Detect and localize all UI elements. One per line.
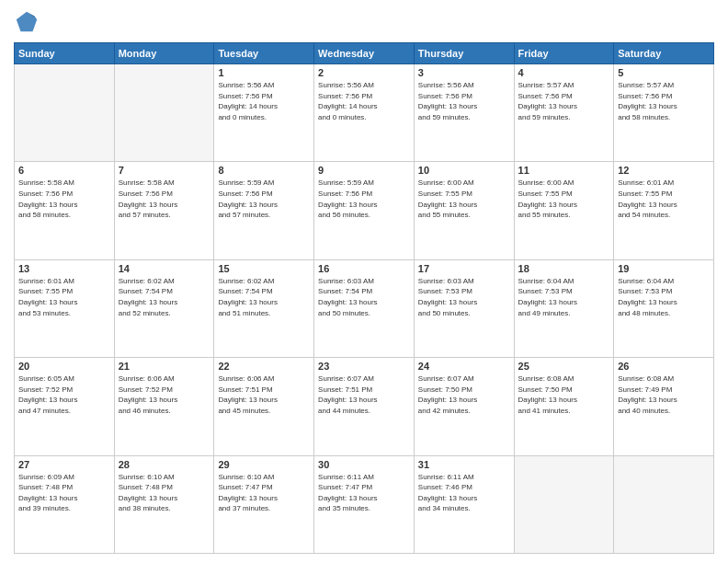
- calendar-cell: 20Sunrise: 6:05 AM Sunset: 7:52 PM Dayli…: [15, 358, 115, 455]
- calendar-cell: 24Sunrise: 6:07 AM Sunset: 7:50 PM Dayli…: [414, 358, 514, 455]
- day-number: 11: [518, 165, 610, 176]
- day-number: 12: [618, 165, 710, 176]
- calendar-cell: 17Sunrise: 6:03 AM Sunset: 7:53 PM Dayli…: [414, 259, 514, 357]
- day-number: 8: [218, 165, 310, 176]
- day-number: 14: [119, 263, 210, 274]
- day-info: Sunrise: 5:59 AM Sunset: 7:56 PM Dayligh…: [318, 178, 410, 220]
- calendar-cell: 3Sunrise: 5:56 AM Sunset: 7:56 PM Daylig…: [414, 64, 514, 162]
- day-number: 3: [418, 67, 510, 78]
- day-number: 9: [318, 165, 410, 176]
- day-info: Sunrise: 6:02 AM Sunset: 7:54 PM Dayligh…: [119, 276, 210, 318]
- calendar-cell: 15Sunrise: 6:02 AM Sunset: 7:54 PM Dayli…: [214, 259, 314, 357]
- page: SundayMondayTuesdayWednesdayThursdayFrid…: [0, 0, 728, 563]
- day-info: Sunrise: 6:09 AM Sunset: 7:48 PM Dayligh…: [18, 472, 110, 514]
- day-info: Sunrise: 6:08 AM Sunset: 7:50 PM Dayligh…: [518, 373, 610, 416]
- day-info: Sunrise: 5:57 AM Sunset: 7:56 PM Dayligh…: [518, 80, 610, 122]
- day-info: Sunrise: 6:00 AM Sunset: 7:55 PM Dayligh…: [418, 178, 510, 220]
- calendar-cell: 6Sunrise: 5:58 AM Sunset: 7:56 PM Daylig…: [15, 162, 115, 259]
- day-info: Sunrise: 6:08 AM Sunset: 7:49 PM Dayligh…: [618, 373, 710, 416]
- day-info: Sunrise: 6:07 AM Sunset: 7:51 PM Dayligh…: [318, 373, 410, 416]
- day-info: Sunrise: 6:11 AM Sunset: 7:47 PM Dayligh…: [318, 472, 410, 514]
- day-info: Sunrise: 5:56 AM Sunset: 7:56 PM Dayligh…: [318, 80, 410, 122]
- calendar-cell: 23Sunrise: 6:07 AM Sunset: 7:51 PM Dayli…: [314, 358, 415, 455]
- day-info: Sunrise: 6:04 AM Sunset: 7:53 PM Dayligh…: [518, 276, 610, 318]
- logo: [14, 9, 43, 35]
- day-info: Sunrise: 5:58 AM Sunset: 7:56 PM Dayligh…: [18, 178, 110, 220]
- day-number: 27: [18, 459, 110, 470]
- calendar-cell: 27Sunrise: 6:09 AM Sunset: 7:48 PM Dayli…: [15, 455, 115, 553]
- weekday-header-thursday: Thursday: [414, 43, 514, 64]
- calendar-cell: 31Sunrise: 6:11 AM Sunset: 7:46 PM Dayli…: [414, 455, 514, 553]
- week-row-3: 20Sunrise: 6:05 AM Sunset: 7:52 PM Dayli…: [15, 358, 714, 455]
- day-number: 22: [218, 361, 310, 372]
- day-number: 5: [618, 67, 710, 78]
- week-row-1: 6Sunrise: 5:58 AM Sunset: 7:56 PM Daylig…: [15, 162, 714, 259]
- day-number: 16: [318, 263, 410, 274]
- calendar-cell: 7Sunrise: 5:58 AM Sunset: 7:56 PM Daylig…: [114, 162, 214, 259]
- day-number: 25: [518, 361, 610, 372]
- calendar-cell: 5Sunrise: 5:57 AM Sunset: 7:56 PM Daylig…: [614, 64, 714, 162]
- weekday-header-friday: Friday: [514, 43, 614, 64]
- day-number: 31: [418, 459, 510, 470]
- day-info: Sunrise: 6:03 AM Sunset: 7:54 PM Dayligh…: [318, 276, 410, 318]
- weekday-header-tuesday: Tuesday: [214, 43, 314, 64]
- day-number: 13: [18, 263, 110, 274]
- day-number: 15: [218, 263, 310, 274]
- calendar-cell: 1Sunrise: 5:56 AM Sunset: 7:56 PM Daylig…: [214, 64, 314, 162]
- calendar-table: SundayMondayTuesdayWednesdayThursdayFrid…: [14, 42, 714, 554]
- calendar-cell: 8Sunrise: 5:59 AM Sunset: 7:56 PM Daylig…: [214, 162, 314, 259]
- day-info: Sunrise: 5:56 AM Sunset: 7:56 PM Dayligh…: [218, 80, 310, 122]
- day-number: 17: [418, 263, 510, 274]
- day-info: Sunrise: 6:04 AM Sunset: 7:53 PM Dayligh…: [618, 276, 710, 318]
- calendar-cell: 13Sunrise: 6:01 AM Sunset: 7:55 PM Dayli…: [15, 259, 115, 357]
- calendar-cell: 22Sunrise: 6:06 AM Sunset: 7:51 PM Dayli…: [214, 358, 314, 455]
- calendar-cell: 9Sunrise: 5:59 AM Sunset: 7:56 PM Daylig…: [314, 162, 415, 259]
- day-number: 10: [418, 165, 510, 176]
- day-number: 29: [218, 459, 310, 470]
- calendar-cell: 16Sunrise: 6:03 AM Sunset: 7:54 PM Dayli…: [314, 259, 415, 357]
- day-number: 23: [318, 361, 410, 372]
- week-row-2: 13Sunrise: 6:01 AM Sunset: 7:55 PM Dayli…: [15, 259, 714, 357]
- day-number: 2: [318, 67, 410, 78]
- day-info: Sunrise: 6:07 AM Sunset: 7:50 PM Dayligh…: [418, 373, 510, 416]
- day-info: Sunrise: 6:02 AM Sunset: 7:54 PM Dayligh…: [218, 276, 310, 318]
- calendar-cell: 4Sunrise: 5:57 AM Sunset: 7:56 PM Daylig…: [514, 64, 614, 162]
- day-info: Sunrise: 6:01 AM Sunset: 7:55 PM Dayligh…: [18, 276, 110, 318]
- day-number: 18: [518, 263, 610, 274]
- calendar-cell: 14Sunrise: 6:02 AM Sunset: 7:54 PM Dayli…: [114, 259, 214, 357]
- calendar-cell: [15, 64, 115, 162]
- calendar-cell: [514, 455, 614, 553]
- logo-icon: [14, 9, 40, 35]
- calendar-cell: 28Sunrise: 6:10 AM Sunset: 7:48 PM Dayli…: [114, 455, 214, 553]
- day-number: 19: [618, 263, 710, 274]
- week-row-4: 27Sunrise: 6:09 AM Sunset: 7:48 PM Dayli…: [15, 455, 714, 553]
- day-number: 20: [18, 361, 110, 372]
- day-info: Sunrise: 6:01 AM Sunset: 7:55 PM Dayligh…: [618, 178, 710, 220]
- day-info: Sunrise: 6:10 AM Sunset: 7:47 PM Dayligh…: [218, 472, 310, 514]
- day-number: 28: [119, 459, 210, 470]
- day-info: Sunrise: 5:59 AM Sunset: 7:56 PM Dayligh…: [218, 178, 310, 220]
- day-info: Sunrise: 6:10 AM Sunset: 7:48 PM Dayligh…: [119, 472, 210, 514]
- calendar-cell: 30Sunrise: 6:11 AM Sunset: 7:47 PM Dayli…: [314, 455, 415, 553]
- calendar-cell: 18Sunrise: 6:04 AM Sunset: 7:53 PM Dayli…: [514, 259, 614, 357]
- calendar-cell: 25Sunrise: 6:08 AM Sunset: 7:50 PM Dayli…: [514, 358, 614, 455]
- day-number: 24: [418, 361, 510, 372]
- day-number: 6: [18, 165, 110, 176]
- weekday-header-monday: Monday: [114, 43, 214, 64]
- calendar-cell: [614, 455, 714, 553]
- day-info: Sunrise: 6:03 AM Sunset: 7:53 PM Dayligh…: [418, 276, 510, 318]
- day-info: Sunrise: 5:57 AM Sunset: 7:56 PM Dayligh…: [618, 80, 710, 122]
- header: [14, 9, 714, 35]
- day-number: 21: [119, 361, 210, 372]
- calendar-cell: 26Sunrise: 6:08 AM Sunset: 7:49 PM Dayli…: [614, 358, 714, 455]
- weekday-header-saturday: Saturday: [614, 43, 714, 64]
- svg-marker-0: [17, 12, 37, 31]
- calendar-cell: 11Sunrise: 6:00 AM Sunset: 7:55 PM Dayli…: [514, 162, 614, 259]
- weekday-header-wednesday: Wednesday: [314, 43, 415, 64]
- calendar-cell: 29Sunrise: 6:10 AM Sunset: 7:47 PM Dayli…: [214, 455, 314, 553]
- day-info: Sunrise: 6:00 AM Sunset: 7:55 PM Dayligh…: [518, 178, 610, 220]
- day-info: Sunrise: 6:11 AM Sunset: 7:46 PM Dayligh…: [418, 472, 510, 514]
- calendar-cell: 12Sunrise: 6:01 AM Sunset: 7:55 PM Dayli…: [614, 162, 714, 259]
- calendar-cell: 19Sunrise: 6:04 AM Sunset: 7:53 PM Dayli…: [614, 259, 714, 357]
- week-row-0: 1Sunrise: 5:56 AM Sunset: 7:56 PM Daylig…: [15, 64, 714, 162]
